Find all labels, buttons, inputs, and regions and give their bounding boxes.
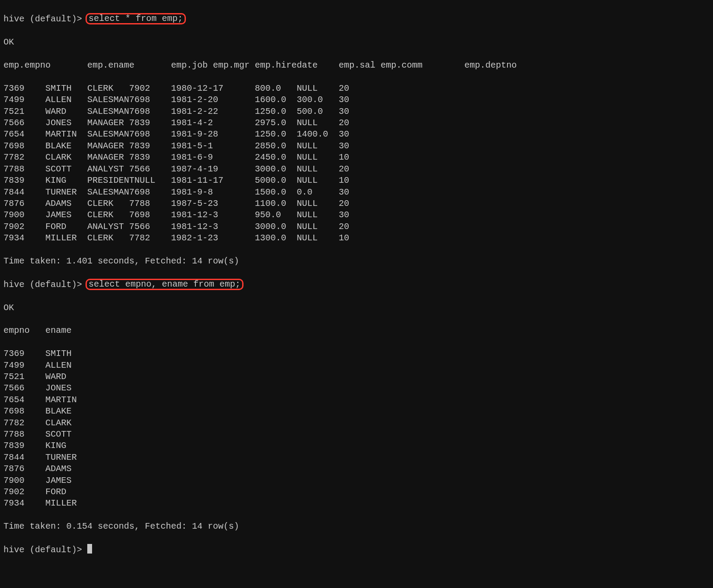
table-row: 7654 MARTIN SALESMAN7698 1981-9-28 1250.… [3,129,710,140]
query-2-header: empno ename [3,325,710,336]
table-row: 7782 CLARK MANAGER 7839 1981-6-9 2450.0 … [3,152,710,163]
table-row: 7521 WARD SALESMAN7698 1981-2-22 1250.0 … [3,106,710,117]
ok-1: OK [3,37,710,48]
table-row: 7876 ADAMS [3,463,710,475]
table-row: 7900 JAMES [3,475,710,486]
prompt-line-1: hive (default)> select * from emp; [3,13,710,25]
table-row: 7876 ADAMS CLERK 7788 1987-5-23 1100.0 N… [3,198,710,209]
query-2-time: Time taken: 0.154 seconds, Fetched: 14 r… [3,521,710,532]
table-row: 7844 TURNER SALESMAN7698 1981-9-8 1500.0… [3,187,710,198]
table-row: 7499 ALLEN [3,360,710,371]
table-row: 7934 MILLER CLERK 7782 1982-1-23 1300.0 … [3,232,710,244]
prompt-label: hive (default)> [3,14,87,24]
table-row: 7902 FORD ANALYST 7566 1981-12-3 3000.0 … [3,221,710,232]
table-row: 7698 BLAKE MANAGER 7839 1981-5-1 2850.0 … [3,140,710,152]
table-row: 7566 JONES [3,383,710,394]
table-row: 7369 SMITH CLERK 7902 1980-12-17 800.0 N… [3,83,710,94]
table-row: 7839 KING [3,440,710,451]
query-2-highlight: select empno, ename from emp; [86,279,243,290]
table-row: 7369 SMITH [3,348,710,359]
table-row: 7566 JONES MANAGER 7839 1981-4-2 2975.0 … [3,117,710,129]
table-row: 7900 JAMES CLERK 7698 1981-12-3 950.0 NU… [3,209,710,221]
table-row: 7788 SCOTT [3,429,710,440]
table-row: 7839 KING PRESIDENTNULL 1981-11-17 5000.… [3,175,710,186]
table-row: 7782 CLARK [3,417,710,429]
query-1-header: emp.empno emp.ename emp.job emp.mgr emp.… [3,60,710,71]
query-1-highlight: select * from emp; [86,13,186,24]
table-row: 7521 WARD [3,371,710,383]
table-row: 7844 TURNER [3,452,710,463]
table-row: 7499 ALLEN SALESMAN7698 1981-2-20 1600.0… [3,94,710,106]
table-row: 7698 BLAKE [3,406,710,417]
terminal-output[interactable]: hive (default)> select * from emp; OK em… [0,0,713,569]
prompt-line-3[interactable]: hive (default)> [3,544,710,556]
cursor-icon [87,544,92,554]
prompt-line-2: hive (default)> select empno, ename from… [3,279,710,291]
prompt-label: hive (default)> [3,280,87,290]
table-row: 7902 FORD [3,486,710,498]
prompt-label: hive (default)> [3,545,87,555]
table-row: 7934 MILLER [3,498,710,509]
ok-2: OK [3,302,710,314]
query-1-time: Time taken: 1.401 seconds, Fetched: 14 r… [3,256,710,267]
table-row: 7654 MARTIN [3,394,710,406]
table-row: 7788 SCOTT ANALYST 7566 1987-4-19 3000.0… [3,164,710,175]
